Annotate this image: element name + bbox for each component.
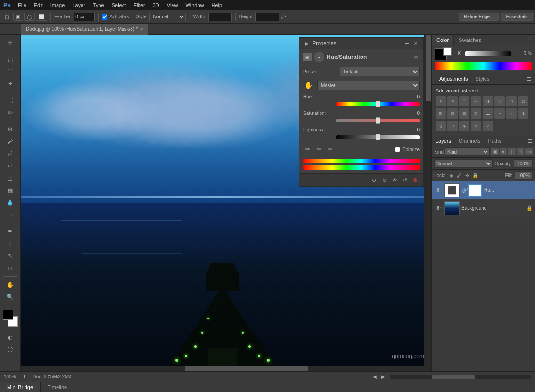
gradient-map-icon[interactable]: ▫ <box>506 108 517 119</box>
menu-file[interactable]: File <box>14 1 30 9</box>
filter-shape-icon[interactable]: □ <box>517 148 524 155</box>
layers-tab[interactable]: Layers <box>432 137 455 145</box>
dodge-tool[interactable]: ○ <box>5 209 16 220</box>
height-input[interactable] <box>255 13 279 21</box>
brightness-contrast-icon[interactable]: ☀ <box>436 96 446 106</box>
paths-tab[interactable]: Paths <box>485 137 505 145</box>
path-selection-tool[interactable]: ↖ <box>5 250 16 261</box>
menu-edit[interactable]: Edit <box>30 1 47 9</box>
crop-tool[interactable]: ⛶ <box>5 95 16 106</box>
status-prev-btn[interactable]: ◀ <box>373 374 377 379</box>
refine-edge-btn[interactable]: Refine Edge... <box>459 13 499 21</box>
channels-tab[interactable]: Channels <box>455 137 484 145</box>
hue-sat-layer-item[interactable]: 👁 ⬛ 🔗 Hu... <box>432 181 535 199</box>
curves-icon[interactable]: ⌒ <box>459 96 469 106</box>
lasso-tool[interactable]: ⌒ <box>5 66 16 77</box>
photo-filter-icon[interactable]: ⊞ <box>436 108 446 119</box>
zoom-info-btn[interactable]: ℹ <box>21 373 28 381</box>
background-layer-item[interactable]: 👁 Background 🔒 <box>432 199 535 217</box>
hue-sat-mask-icon[interactable]: ▣ <box>303 53 312 61</box>
canvas-vertical-scrollbar[interactable] <box>426 35 431 366</box>
color-lookup-icon[interactable]: ▦ <box>459 108 469 119</box>
blur-tool[interactable]: 💧 <box>5 197 16 208</box>
color-spectrum-bar[interactable] <box>435 62 532 70</box>
lock-transparent-icon[interactable]: ◈ <box>448 172 454 179</box>
adj-icon-r3-5[interactable]: ⊘ <box>483 121 493 131</box>
foreground-color[interactable] <box>3 310 13 320</box>
hue-sat-adj-icon[interactable]: ● <box>314 52 324 62</box>
add-layer-btn[interactable]: ⊕ <box>370 176 378 184</box>
adj-icon-r3-3[interactable]: ◈ <box>459 121 469 131</box>
lightness-slider[interactable] <box>336 135 420 139</box>
hand-adjust-icon[interactable]: ✋ <box>303 80 313 90</box>
hue-slider[interactable] <box>336 102 420 106</box>
healing-tool[interactable]: ⊕ <box>5 123 16 135</box>
hue-sat-layer-link[interactable]: 🔗 <box>461 188 468 193</box>
preset-select[interactable]: Default <box>340 67 420 76</box>
lock-position-icon[interactable]: ✛ <box>464 172 470 179</box>
exposure-icon[interactable]: ◎ <box>471 96 481 106</box>
background-layer-visibility[interactable]: 👁 <box>434 204 443 212</box>
eyedropper-tool[interactable]: ✏ <box>5 107 16 118</box>
eraser-tool[interactable]: ◻ <box>5 172 16 184</box>
sample-5x5-icon[interactable]: ✏ <box>326 145 335 154</box>
document-tab-close[interactable]: ✕ <box>140 27 144 32</box>
layers-panel-menu[interactable]: ☰ <box>525 138 535 145</box>
saturation-thumb[interactable] <box>376 117 380 124</box>
selection-tool[interactable]: ⬚ <box>5 54 16 65</box>
hue-sat-layer-visibility[interactable]: 👁 <box>434 186 443 195</box>
style-select[interactable]: Normal Fixed Ratio Fixed Size <box>149 13 186 21</box>
saturation-slider[interactable] <box>336 119 420 122</box>
gradient-tool[interactable]: ▦ <box>5 185 16 196</box>
lock-all-icon[interactable]: 🔒 <box>472 172 478 179</box>
filter-pixel-icon[interactable]: ▣ <box>491 148 499 155</box>
menu-image[interactable]: Image <box>47 1 69 9</box>
screen-mode-btn[interactable]: ⛶ <box>5 344 16 355</box>
document-tab[interactable]: Dock.jpg @ 100% (Hue/Saturation 1, Layer… <box>21 24 149 35</box>
move-tool[interactable]: ✛ <box>5 37 16 49</box>
properties-expand-icon[interactable]: ▶ <box>303 40 311 47</box>
hue-sat-icon[interactable]: ▽ <box>494 96 505 106</box>
width-input[interactable] <box>208 13 232 21</box>
history-brush-tool[interactable]: ↩ <box>5 160 16 172</box>
type-tool[interactable]: T <box>5 238 16 249</box>
bw-icon[interactable]: ⚖ <box>518 96 528 106</box>
bg-color-swatch[interactable] <box>443 47 452 56</box>
hand-tool[interactable]: ✋ <box>5 279 16 290</box>
zoom-tool[interactable]: 🔍 <box>5 291 16 302</box>
menu-filter[interactable]: Filter <box>130 1 148 9</box>
horizontal-scroll-thumb[interactable] <box>185 366 308 371</box>
menu-layer[interactable]: Layer <box>68 1 89 9</box>
pen-tool[interactable]: ✒ <box>5 226 16 237</box>
adj-icon-r3-4[interactable]: ⊗ <box>471 121 481 131</box>
threshold-icon[interactable]: ▪ <box>494 108 505 119</box>
canvas-area[interactable]: ▶ Properties ☰ ✕ ▣ ● Hue/Saturation ⚙ Pr… <box>21 35 431 371</box>
color-balance-icon[interactable]: ◫ <box>506 96 517 106</box>
magic-wand-tool[interactable]: ✦ <box>5 78 16 90</box>
stamp-tool[interactable]: 🖊 <box>5 148 16 159</box>
levels-icon[interactable]: ≋ <box>447 96 458 106</box>
layers-filter-select[interactable]: Kind <box>445 147 490 156</box>
menu-window[interactable]: Window <box>181 1 207 9</box>
filter-type-icon[interactable]: T <box>508 148 516 155</box>
properties-menu-btn[interactable]: ☰ <box>403 40 411 47</box>
lightness-thumb[interactable] <box>376 134 380 140</box>
mini-bridge-tab[interactable]: Mini Bridge <box>0 382 41 392</box>
status-next-btn[interactable]: ▶ <box>381 374 385 379</box>
hue-sat-extra-icon[interactable]: ⚙ <box>412 53 420 61</box>
posterize-icon[interactable]: ▬ <box>483 108 493 119</box>
shape-tool[interactable]: □ <box>5 262 16 274</box>
hue-thumb[interactable] <box>376 101 380 107</box>
adjustments-tab[interactable]: Adjustments <box>436 75 472 82</box>
reset-btn[interactable]: ↺ <box>401 176 409 184</box>
filter-adj-icon[interactable]: ● <box>500 148 507 155</box>
channel-mixer-icon[interactable]: ⊡ <box>447 108 458 119</box>
selection-rect-btn[interactable]: ⬚ <box>2 13 11 20</box>
ellipse-select-btn[interactable]: ◯ <box>24 13 35 21</box>
brush-tool[interactable]: 🖌 <box>5 136 16 147</box>
lock-pixels-icon[interactable]: 🖌 <box>456 172 462 179</box>
opacity-input[interactable] <box>514 159 533 168</box>
rect-select-btn[interactable]: ▣ <box>13 13 23 21</box>
menu-help[interactable]: Help <box>208 1 226 9</box>
channel-select[interactable]: Master Reds Yellows Greens Cyans Blues M… <box>317 81 420 90</box>
